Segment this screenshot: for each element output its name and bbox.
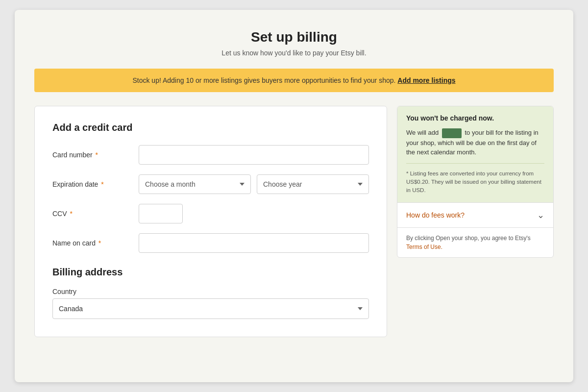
page-subtitle: Let us know how you'd like to pay your E… [34,49,554,57]
country-select[interactable]: Canada United States United Kingdom Aust… [52,298,369,319]
tos-link[interactable]: Terms of Use. [406,244,442,250]
page-header: Set up billing Let us know how you'd lik… [34,29,554,57]
charge-body: We will add to your bill for the listing… [406,128,544,157]
name-on-card-label: Name on card * [52,239,131,247]
billing-address-section: Billing address Country Canada United St… [52,267,369,319]
charge-note-small: * Listing fees are converted into your c… [406,163,544,195]
billing-title: Billing address [52,267,369,278]
green-block-placeholder [442,128,462,138]
banner-text: Stock up! Adding 10 or more listings giv… [132,76,395,84]
promo-banner: Stock up! Adding 10 or more listings giv… [34,69,554,92]
page-title: Set up billing [34,29,554,45]
required-star-ccv: * [68,210,73,218]
charge-title: You won't be charged now. [406,114,544,122]
sidebar-tos: By clicking Open your shop, you agree to… [397,227,553,257]
ccv-row: CCV * [52,204,369,223]
main-form: Add a credit card Card number * Expirati… [34,106,387,337]
required-star-exp: * [99,180,103,188]
year-select[interactable]: Choose year2024202520262027202820292030 [257,174,369,194]
fees-link[interactable]: How do fees work? ⌄ [406,210,544,220]
sidebar: You won't be charged now. We will add to… [397,106,554,258]
name-on-card-input[interactable] [139,233,369,253]
card-number-row: Card number * [52,145,369,165]
sidebar-fees-section: How do fees work? ⌄ [397,202,553,227]
ccv-input[interactable] [139,204,183,223]
page-container: Set up billing Let us know how you'd lik… [15,10,573,382]
ccv-label: CCV * [52,210,131,218]
expiry-selects: Choose a monthJanuaryFebruaryMarchAprilM… [139,174,369,194]
card-number-label: Card number * [52,151,131,159]
name-on-card-row: Name on card * [52,233,369,253]
required-star: * [94,151,98,159]
content-row: Add a credit card Card number * Expirati… [34,106,554,337]
card-number-input[interactable] [139,145,369,165]
month-select[interactable]: Choose a monthJanuaryFebruaryMarchAprilM… [139,174,251,194]
required-star-name: * [97,239,101,247]
credit-card-section-title: Add a credit card [52,122,369,133]
sidebar-charge-note: You won't be charged now. We will add to… [397,106,553,202]
expiration-label: Expiration date * [52,180,131,188]
expiration-row: Expiration date * Choose a monthJanuaryF… [52,174,369,194]
chevron-down-icon: ⌄ [537,210,544,220]
add-listings-link[interactable]: Add more listings [397,76,455,84]
sidebar-card: You won't be charged now. We will add to… [397,106,554,258]
country-label: Country [52,288,369,295]
